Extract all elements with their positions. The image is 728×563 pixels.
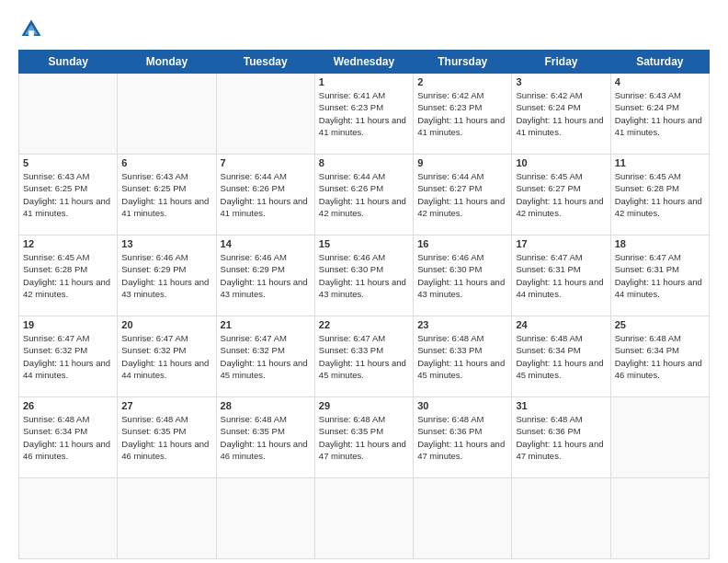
- day-number: 14: [221, 238, 311, 249]
- day-number: 2: [417, 76, 507, 87]
- calendar-row-3: 19 Sunrise: 6:47 AM Sunset: 6:32 PM Dayl…: [19, 316, 710, 397]
- day-info: Sunrise: 6:45 AM Sunset: 6:28 PM Dayligh…: [23, 251, 113, 300]
- calendar-row-4: 26 Sunrise: 6:48 AM Sunset: 6:34 PM Dayl…: [19, 397, 710, 478]
- day-number: 19: [23, 319, 113, 330]
- day-number: 15: [319, 238, 409, 249]
- empty-cell: [216, 478, 314, 559]
- day-info: Sunrise: 6:48 AM Sunset: 6:34 PM Dayligh…: [23, 413, 113, 462]
- day-number: 25: [615, 319, 705, 330]
- day-cell-22: 22 Sunrise: 6:47 AM Sunset: 6:33 PM Dayl…: [314, 316, 413, 397]
- day-cell-17: 17 Sunrise: 6:47 AM Sunset: 6:31 PM Dayl…: [512, 236, 610, 316]
- calendar-body: 1 Sunrise: 6:41 AM Sunset: 6:23 PM Dayli…: [19, 74, 710, 559]
- day-info: Sunrise: 6:42 AM Sunset: 6:24 PM Dayligh…: [516, 89, 606, 138]
- day-number: 8: [319, 157, 409, 168]
- day-info: Sunrise: 6:46 AM Sunset: 6:29 PM Dayligh…: [221, 251, 311, 300]
- day-info: Sunrise: 6:47 AM Sunset: 6:32 PM Dayligh…: [121, 332, 211, 381]
- day-number: 10: [516, 157, 606, 168]
- day-info: Sunrise: 6:45 AM Sunset: 6:27 PM Dayligh…: [516, 170, 606, 219]
- day-cell-23: 23 Sunrise: 6:48 AM Sunset: 6:33 PM Dayl…: [414, 316, 512, 397]
- day-info: Sunrise: 6:47 AM Sunset: 6:32 PM Dayligh…: [23, 332, 113, 381]
- day-cell-21: 21 Sunrise: 6:47 AM Sunset: 6:32 PM Dayl…: [216, 316, 314, 397]
- empty-cell: [610, 397, 709, 478]
- empty-cell: [610, 478, 709, 559]
- calendar-row-2: 12 Sunrise: 6:45 AM Sunset: 6:28 PM Dayl…: [19, 236, 710, 316]
- day-cell-29: 29 Sunrise: 6:48 AM Sunset: 6:35 PM Dayl…: [314, 397, 413, 478]
- day-number: 23: [417, 319, 507, 330]
- day-info: Sunrise: 6:48 AM Sunset: 6:34 PM Dayligh…: [516, 332, 606, 381]
- header: [18, 17, 710, 42]
- day-cell-18: 18 Sunrise: 6:47 AM Sunset: 6:31 PM Dayl…: [610, 236, 709, 316]
- weekday-header-row: SundayMondayTuesdayWednesdayThursdayFrid…: [19, 51, 710, 74]
- weekday-header-thursday: Thursday: [414, 51, 512, 74]
- empty-cell: [414, 478, 512, 559]
- day-number: 1: [319, 76, 409, 87]
- day-number: 30: [417, 400, 507, 411]
- empty-cell: [118, 478, 216, 559]
- day-number: 24: [516, 319, 606, 330]
- day-cell-1: 1 Sunrise: 6:41 AM Sunset: 6:23 PM Dayli…: [314, 74, 413, 155]
- day-info: Sunrise: 6:44 AM Sunset: 6:26 PM Dayligh…: [319, 170, 409, 219]
- weekday-header-friday: Friday: [512, 51, 610, 74]
- calendar-row-5: [19, 478, 710, 559]
- day-cell-9: 9 Sunrise: 6:44 AM Sunset: 6:27 PM Dayli…: [414, 155, 512, 236]
- day-info: Sunrise: 6:42 AM Sunset: 6:23 PM Dayligh…: [417, 89, 507, 138]
- day-info: Sunrise: 6:44 AM Sunset: 6:27 PM Dayligh…: [417, 170, 507, 219]
- weekday-header-tuesday: Tuesday: [216, 51, 314, 74]
- day-info: Sunrise: 6:48 AM Sunset: 6:35 PM Dayligh…: [221, 413, 311, 462]
- day-number: 4: [615, 76, 705, 87]
- day-info: Sunrise: 6:45 AM Sunset: 6:28 PM Dayligh…: [615, 170, 705, 219]
- day-cell-6: 6 Sunrise: 6:43 AM Sunset: 6:25 PM Dayli…: [118, 155, 216, 236]
- day-number: 13: [121, 238, 211, 249]
- day-cell-20: 20 Sunrise: 6:47 AM Sunset: 6:32 PM Dayl…: [118, 316, 216, 397]
- day-number: 28: [221, 400, 311, 411]
- weekday-header-saturday: Saturday: [610, 51, 709, 74]
- day-info: Sunrise: 6:41 AM Sunset: 6:23 PM Dayligh…: [319, 89, 409, 138]
- day-cell-10: 10 Sunrise: 6:45 AM Sunset: 6:27 PM Dayl…: [512, 155, 610, 236]
- day-cell-15: 15 Sunrise: 6:46 AM Sunset: 6:30 PM Dayl…: [314, 236, 413, 316]
- day-info: Sunrise: 6:46 AM Sunset: 6:30 PM Dayligh…: [417, 251, 507, 300]
- day-info: Sunrise: 6:44 AM Sunset: 6:26 PM Dayligh…: [221, 170, 311, 219]
- day-info: Sunrise: 6:46 AM Sunset: 6:29 PM Dayligh…: [121, 251, 211, 300]
- day-number: 12: [23, 238, 113, 249]
- day-cell-14: 14 Sunrise: 6:46 AM Sunset: 6:29 PM Dayl…: [216, 236, 314, 316]
- day-cell-31: 31 Sunrise: 6:48 AM Sunset: 6:36 PM Dayl…: [512, 397, 610, 478]
- day-cell-28: 28 Sunrise: 6:48 AM Sunset: 6:35 PM Dayl…: [216, 397, 314, 478]
- calendar-table: SundayMondayTuesdayWednesdayThursdayFrid…: [18, 50, 710, 559]
- weekday-header-wednesday: Wednesday: [314, 51, 413, 74]
- empty-cell: [216, 74, 314, 155]
- day-cell-30: 30 Sunrise: 6:48 AM Sunset: 6:36 PM Dayl…: [414, 397, 512, 478]
- day-number: 9: [417, 157, 507, 168]
- page: SundayMondayTuesdayWednesdayThursdayFrid…: [0, 0, 728, 563]
- day-number: 22: [319, 319, 409, 330]
- svg-rect-2: [28, 30, 34, 36]
- day-cell-7: 7 Sunrise: 6:44 AM Sunset: 6:26 PM Dayli…: [216, 155, 314, 236]
- day-info: Sunrise: 6:47 AM Sunset: 6:31 PM Dayligh…: [615, 251, 705, 300]
- day-cell-3: 3 Sunrise: 6:42 AM Sunset: 6:24 PM Dayli…: [512, 74, 610, 155]
- day-number: 20: [121, 319, 211, 330]
- empty-cell: [314, 478, 413, 559]
- day-info: Sunrise: 6:48 AM Sunset: 6:36 PM Dayligh…: [516, 413, 606, 462]
- empty-cell: [118, 74, 216, 155]
- day-number: 16: [417, 238, 507, 249]
- day-number: 29: [319, 400, 409, 411]
- day-info: Sunrise: 6:43 AM Sunset: 6:25 PM Dayligh…: [23, 170, 113, 219]
- day-number: 11: [615, 157, 705, 168]
- calendar-row-1: 5 Sunrise: 6:43 AM Sunset: 6:25 PM Dayli…: [19, 155, 710, 236]
- weekday-header-sunday: Sunday: [19, 51, 118, 74]
- day-cell-16: 16 Sunrise: 6:46 AM Sunset: 6:30 PM Dayl…: [414, 236, 512, 316]
- day-number: 6: [121, 157, 211, 168]
- day-cell-11: 11 Sunrise: 6:45 AM Sunset: 6:28 PM Dayl…: [610, 155, 709, 236]
- day-cell-26: 26 Sunrise: 6:48 AM Sunset: 6:34 PM Dayl…: [19, 397, 118, 478]
- empty-cell: [512, 478, 610, 559]
- day-cell-12: 12 Sunrise: 6:45 AM Sunset: 6:28 PM Dayl…: [19, 236, 118, 316]
- day-number: 7: [221, 157, 311, 168]
- day-number: 31: [516, 400, 606, 411]
- day-cell-27: 27 Sunrise: 6:48 AM Sunset: 6:35 PM Dayl…: [118, 397, 216, 478]
- logo: [18, 17, 48, 42]
- calendar-row-0: 1 Sunrise: 6:41 AM Sunset: 6:23 PM Dayli…: [19, 74, 710, 155]
- day-info: Sunrise: 6:48 AM Sunset: 6:33 PM Dayligh…: [417, 332, 507, 381]
- day-info: Sunrise: 6:48 AM Sunset: 6:36 PM Dayligh…: [417, 413, 507, 462]
- logo-icon: [18, 17, 44, 42]
- day-cell-24: 24 Sunrise: 6:48 AM Sunset: 6:34 PM Dayl…: [512, 316, 610, 397]
- day-cell-19: 19 Sunrise: 6:47 AM Sunset: 6:32 PM Dayl…: [19, 316, 118, 397]
